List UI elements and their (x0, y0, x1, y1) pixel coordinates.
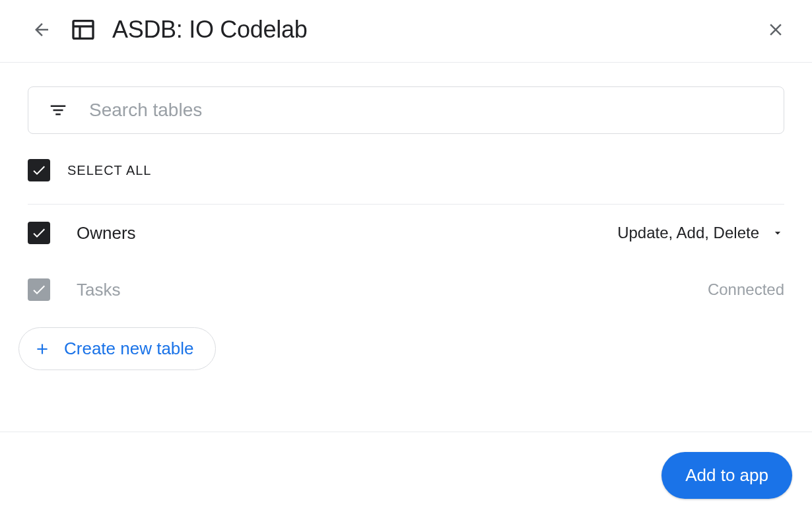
add-to-app-button[interactable]: Add to app (661, 452, 792, 499)
select-all-label: SELECT ALL (67, 163, 151, 178)
search-box[interactable] (28, 86, 784, 134)
table-name: Owners (77, 223, 617, 243)
table-row: Owners Update, Add, Delete (28, 205, 784, 261)
table-name: Tasks (77, 280, 708, 300)
table-checkbox-tasks[interactable] (28, 278, 50, 301)
back-button[interactable] (32, 20, 51, 40)
dropdown-icon (771, 226, 784, 240)
search-input[interactable] (89, 100, 770, 121)
dialog-footer: Add to app (0, 432, 812, 516)
select-all-row: SELECT ALL (28, 134, 784, 205)
filter-icon (48, 100, 68, 120)
table-checkbox-owners[interactable] (28, 222, 50, 244)
plus-icon (34, 340, 51, 358)
check-icon (31, 282, 47, 298)
permissions-dropdown[interactable]: Update, Add, Delete (617, 224, 784, 242)
permissions-text: Update, Add, Delete (617, 224, 759, 242)
database-icon (70, 16, 96, 43)
create-table-label: Create new table (64, 339, 194, 359)
dialog-header: ASDB: IO Codelab (0, 0, 812, 63)
close-icon (766, 20, 786, 40)
create-table-button[interactable]: Create new table (18, 327, 216, 370)
dialog-content: SELECT ALL Owners Update, Add, Delete Ta… (0, 63, 812, 370)
status-text: Connected (708, 280, 784, 299)
select-all-checkbox[interactable] (28, 159, 50, 181)
dialog-title: ASDB: IO Codelab (112, 16, 766, 44)
arrow-left-icon (32, 20, 51, 40)
svg-rect-0 (73, 21, 93, 39)
close-button[interactable] (766, 20, 786, 40)
check-icon (31, 162, 47, 178)
check-icon (31, 225, 47, 241)
table-row: Tasks Connected (28, 261, 784, 318)
